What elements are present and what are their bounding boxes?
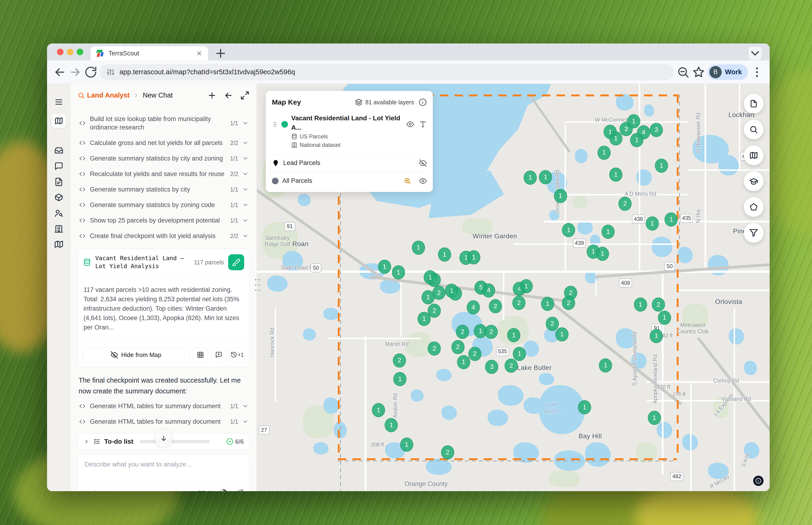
tool-call-row[interactable]: Generate summary statistics by city and …	[78, 151, 250, 166]
lead-visibility-off-icon[interactable]	[419, 159, 427, 167]
parcel-cluster-marker[interactable]: 1	[596, 247, 609, 261]
scroll-to-bottom-button[interactable]	[155, 429, 173, 447]
parcel-cluster-marker[interactable]: 1	[412, 241, 425, 255]
bookmark-star-icon[interactable]	[692, 65, 705, 79]
map-tool-funnel-button[interactable]	[744, 223, 764, 243]
map-tool-grad-button[interactable]	[744, 171, 764, 191]
parcel-cluster-marker[interactable]: 1	[422, 290, 435, 304]
parcel-cluster-marker[interactable]: 2	[468, 347, 481, 361]
expand-panel-button[interactable]	[240, 91, 250, 100]
available-layers-pill[interactable]: 81 available layers	[352, 96, 417, 108]
parcel-cluster-marker[interactable]: 1	[467, 250, 480, 265]
parcel-cluster-marker[interactable]: 1	[385, 418, 398, 432]
sidebar-item-map[interactable]	[52, 114, 66, 128]
reload-button[interactable]	[84, 65, 97, 79]
close-tab-icon[interactable]	[196, 50, 203, 57]
parcel-cluster-marker[interactable]: 2	[456, 325, 469, 339]
parcel-cluster-marker[interactable]: 1	[393, 372, 406, 386]
panel-resize-handle[interactable]	[255, 279, 260, 293]
parcel-cluster-marker[interactable]: 1	[524, 170, 537, 185]
parcel-cluster-marker[interactable]: 2	[505, 359, 518, 373]
parcel-cluster-marker[interactable]: 1	[634, 298, 647, 312]
parcel-cluster-marker[interactable]: 1	[646, 216, 659, 230]
new-chat-button[interactable]	[207, 91, 217, 100]
tool-call-row[interactable]: Generate HTML tables for summary documen…	[78, 414, 250, 429]
parcel-cluster-marker[interactable]: 1	[418, 312, 431, 326]
parcel-cluster-marker[interactable]: 1	[601, 225, 615, 239]
parcel-cluster-marker[interactable]: 2	[546, 317, 559, 331]
forward-button[interactable]	[69, 65, 82, 79]
parcel-cluster-marker[interactable]: 1	[541, 297, 554, 311]
tool-call-row[interactable]: Generate summary statistics by city 1/1	[78, 182, 250, 197]
tab-strip-chevron-icon[interactable]	[749, 47, 762, 60]
style-layer-button[interactable]	[228, 254, 244, 270]
browser-menu-icon[interactable]	[750, 65, 764, 79]
map-tool-search-button[interactable]	[744, 120, 764, 139]
parcel-cluster-marker[interactable]: 2	[619, 197, 632, 211]
table-view-button[interactable]	[193, 347, 208, 362]
parcel-cluster-marker[interactable]: 2	[393, 354, 406, 368]
map-tool-file-button[interactable]	[744, 94, 764, 114]
collapse-panel-button[interactable]	[224, 91, 233, 100]
parcel-cluster-marker[interactable]: 3	[650, 123, 663, 137]
tool-call-row[interactable]: Create final checkpoint with lot yield a…	[78, 228, 250, 244]
browser-tab[interactable]: TerraScout	[90, 46, 208, 60]
parcel-cluster-marker[interactable]: 1	[555, 327, 568, 342]
all-visibility-icon[interactable]	[419, 177, 427, 185]
sidebar-item-building[interactable]	[52, 222, 66, 236]
back-button[interactable]	[53, 65, 66, 79]
parcel-cluster-marker[interactable]: 1	[599, 358, 612, 373]
sidebar-item-box[interactable]	[52, 190, 66, 205]
parcel-cluster-marker[interactable]: 1	[650, 329, 663, 343]
lead-parcels-row[interactable]: Lead Parcels	[272, 154, 427, 172]
parcel-cluster-marker[interactable]: 1	[655, 159, 668, 173]
map-canvas[interactable]: LockhartW McCormick RdA D Mims RdWinter …	[257, 84, 770, 491]
parcel-cluster-marker[interactable]: 1	[627, 114, 640, 128]
drag-handle-icon[interactable]	[272, 120, 278, 129]
sidebar-item-doc[interactable]	[52, 175, 66, 189]
parcel-cluster-marker[interactable]: 2	[441, 445, 454, 460]
parcel-cluster-marker[interactable]: 2	[489, 299, 502, 313]
map-attribution-info-button[interactable]	[753, 476, 764, 486]
parcel-cluster-marker[interactable]: 1	[597, 146, 611, 160]
parcel-cluster-marker[interactable]: 2	[512, 296, 525, 310]
sidebar-item-chat[interactable]	[52, 159, 66, 174]
parcel-cluster-marker[interactable]: 1	[392, 265, 405, 280]
parcel-cluster-marker[interactable]: 2	[451, 340, 465, 354]
parcel-cluster-marker[interactable]: 1	[372, 403, 385, 417]
sidebar-item-user-search[interactable]	[52, 206, 66, 221]
site-info-icon[interactable]	[107, 69, 114, 76]
sidebar-item-tray[interactable]	[52, 143, 66, 158]
tool-call-row[interactable]: Calculate gross and net lot yields for a…	[78, 135, 250, 151]
send-button[interactable]	[234, 489, 244, 491]
active-layer-row[interactable]: Vacant Residential Land - Lot Yield A...…	[272, 108, 427, 154]
parcel-cluster-marker[interactable]: 1	[609, 131, 622, 146]
parcel-cluster-marker[interactable]: 1	[513, 347, 526, 361]
comment-button[interactable]	[211, 347, 226, 362]
mode-selector[interactable]: Agent	[84, 490, 118, 491]
info-icon[interactable]	[419, 98, 427, 106]
zoom-to-layer-icon[interactable]	[404, 177, 411, 185]
parcel-cluster-marker[interactable]: 1	[457, 355, 470, 369]
address-bar[interactable]: app.terrascout.ai/map?chatId=sr5t3xl1tvd…	[100, 64, 674, 80]
tool-call-row[interactable]: Generate HTML tables for summary documen…	[78, 398, 250, 414]
parcel-cluster-marker[interactable]: 1	[424, 270, 437, 284]
sidebar-item-menu[interactable]	[52, 95, 66, 109]
parcel-cluster-marker[interactable]: 2	[484, 325, 498, 339]
parcel-cluster-marker[interactable]: 1	[648, 411, 661, 425]
parcel-cluster-marker[interactable]: 1	[578, 400, 591, 414]
tool-call-row[interactable]: Generate summary statistics by zoning co…	[78, 197, 250, 213]
tool-call-row[interactable]: Recalculate lot yields and save results …	[78, 166, 250, 182]
parcel-cluster-marker[interactable]: 1	[539, 170, 552, 184]
parcel-cluster-marker[interactable]: 3	[485, 360, 498, 374]
parcel-cluster-marker[interactable]: 1	[665, 212, 678, 227]
parcel-cluster-marker[interactable]: 1	[609, 168, 622, 182]
parcel-cluster-marker[interactable]: 1	[658, 311, 671, 325]
all-parcels-row[interactable]: All Parcels	[272, 172, 427, 190]
zoom-indicator-icon[interactable]	[677, 65, 690, 79]
parcel-cluster-marker[interactable]: 2	[652, 298, 665, 312]
history-button[interactable]: +1	[230, 347, 245, 362]
parcel-cluster-marker[interactable]: 4	[482, 283, 495, 298]
minimize-window-button[interactable]	[67, 49, 73, 55]
layer-visibility-icon[interactable]	[406, 121, 414, 128]
